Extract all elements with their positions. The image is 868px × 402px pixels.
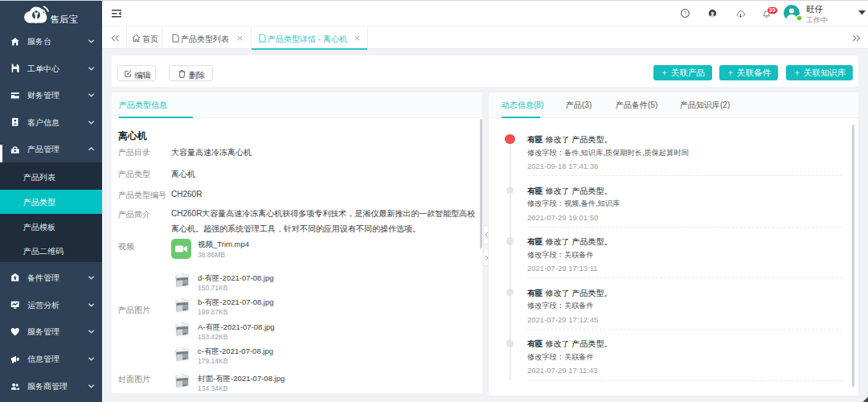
svg-text:?: ? [683,10,686,16]
